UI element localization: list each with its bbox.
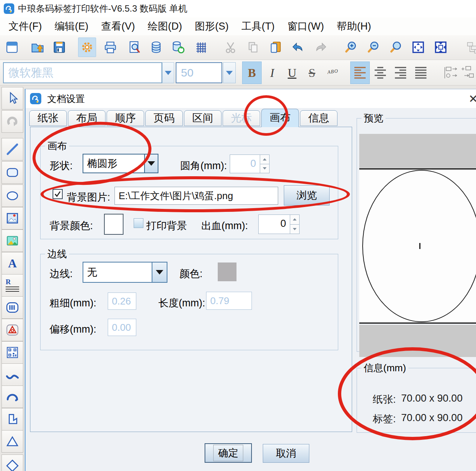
- print-preview-icon[interactable]: [125, 38, 143, 57]
- tab-layout[interactable]: 布局: [68, 110, 105, 126]
- font-size-combo[interactable]: 50: [176, 62, 222, 83]
- spin-down-button[interactable]: [260, 164, 269, 173]
- border-weight-label: 粗细(mm):: [50, 296, 96, 310]
- bg-image-label: 背景图片:: [67, 190, 110, 204]
- tab-canvas[interactable]: 画布: [261, 109, 299, 127]
- redo-icon[interactable]: [312, 38, 330, 57]
- border-color-label: 颜色:: [179, 267, 203, 280]
- tab-paper[interactable]: 纸张: [29, 110, 67, 126]
- border-line-dropdown-icon[interactable]: [152, 262, 167, 282]
- undo-icon[interactable]: [289, 38, 307, 57]
- bleed-label: 出血(mm):: [201, 219, 248, 232]
- picture-frame-tool-icon[interactable]: [2, 207, 23, 230]
- app-titlebar: 中琅条码标签打印软件-V6.5.3 数码版 单机: [0, 0, 476, 17]
- tab-order[interactable]: 顺序: [107, 110, 144, 126]
- info-label-row: 标签: 70.00 x 90.00: [373, 412, 462, 426]
- spin-down-button[interactable]: [290, 225, 299, 234]
- document-settings-icon[interactable]: [78, 38, 96, 57]
- cut-icon[interactable]: [221, 38, 240, 57]
- tab-cursor[interactable]: 光标: [223, 110, 260, 126]
- zoom-in-icon[interactable]: [342, 38, 360, 57]
- picture-tool-icon[interactable]: [2, 230, 23, 252]
- zoom-fit-page-icon[interactable]: [409, 38, 427, 57]
- rich-text-tool-icon[interactable]: R: [2, 274, 23, 297]
- menu-edit[interactable]: 编辑(E): [48, 17, 95, 35]
- menu-help[interactable]: 帮助(H): [330, 17, 377, 35]
- shape-combo[interactable]: 椭圆形: [83, 154, 158, 173]
- preview-margin-top: [359, 134, 476, 168]
- bg-color-swatch[interactable]: [104, 214, 124, 235]
- ok-button[interactable]: 确定: [205, 443, 252, 463]
- zoom-icon[interactable]: [387, 38, 405, 57]
- arc-tool-icon[interactable]: [2, 386, 23, 408]
- document-settings-dialog: 文档设置 ✕ 纸张 布局 顺序 页码 区间 光标 画布 信息 画布 形状: 椭圆…: [25, 89, 476, 471]
- database-refresh-icon[interactable]: [169, 38, 187, 57]
- tab-info[interactable]: 信息: [300, 110, 337, 126]
- cancel-button[interactable]: 取消: [263, 444, 309, 463]
- spin-up-button[interactable]: [260, 155, 269, 164]
- menu-tools[interactable]: 工具(T): [235, 17, 281, 35]
- text-tool-icon[interactable]: A: [2, 252, 23, 274]
- border-color-swatch[interactable]: [218, 262, 236, 281]
- tab-page-number[interactable]: 页码: [145, 110, 183, 126]
- menu-window[interactable]: 窗口(W): [281, 17, 330, 35]
- border-line-combo[interactable]: 无: [83, 262, 167, 283]
- superscript-button[interactable]: ᴬᴮᴼ: [321, 60, 345, 85]
- save-icon[interactable]: [50, 38, 68, 57]
- database-connect-icon[interactable]: [147, 38, 165, 57]
- spin-up-button[interactable]: [290, 215, 299, 225]
- border-offset-input[interactable]: 0.00: [108, 319, 136, 336]
- underline-button[interactable]: U: [282, 62, 302, 84]
- qrcode-tool-icon[interactable]: [2, 341, 23, 364]
- strikethrough-button[interactable]: S: [302, 62, 322, 84]
- select-tool-icon[interactable]: [2, 87, 23, 110]
- align-right-icon[interactable]: [391, 62, 410, 84]
- zoom-fit-label-icon[interactable]: [432, 38, 450, 57]
- font-size-dropdown-icon[interactable]: [223, 62, 236, 83]
- bold-button[interactable]: B: [242, 62, 262, 84]
- menu-draw[interactable]: 绘图(D): [141, 17, 188, 35]
- border-offset-label: 偏移(mm):: [50, 322, 96, 336]
- triangle-tool-icon[interactable]: [2, 430, 23, 453]
- bg-image-path-input[interactable]: E:\工作文件\图片\鸡蛋.png: [114, 187, 278, 205]
- bg-image-checkbox[interactable]: [53, 189, 63, 199]
- align-left-icon[interactable]: [350, 62, 370, 84]
- grid-icon[interactable]: [192, 38, 210, 57]
- line-tool-icon[interactable]: [2, 138, 23, 160]
- ok-button-label: 确定: [213, 445, 243, 461]
- print-bg-checkbox[interactable]: [134, 218, 143, 228]
- 2d-code-tool-icon[interactable]: [2, 319, 23, 341]
- border-length-input[interactable]: 0.79: [206, 292, 252, 310]
- font-family-dropdown-icon[interactable]: [162, 62, 174, 83]
- paste-icon[interactable]: [267, 38, 285, 57]
- node-tools-icon[interactable]: [464, 38, 476, 57]
- polygon-tool-icon[interactable]: [2, 408, 23, 430]
- align-center-icon[interactable]: [371, 62, 390, 84]
- italic-button[interactable]: I: [262, 62, 282, 84]
- rotate-tool-icon[interactable]: [2, 110, 23, 133]
- border-weight-input[interactable]: 0.26: [108, 292, 136, 310]
- bleed-spinner[interactable]: 0: [258, 214, 300, 234]
- shape-dropdown-icon[interactable]: [144, 154, 158, 172]
- rounded-rect-tool-icon[interactable]: [2, 161, 23, 184]
- print-icon[interactable]: [101, 38, 119, 57]
- tab-range[interactable]: 区间: [184, 110, 221, 126]
- curve-tool-icon[interactable]: [2, 363, 23, 386]
- menu-shape[interactable]: 图形(S): [188, 17, 235, 35]
- ellipse-tool-icon[interactable]: [2, 184, 23, 207]
- font-family-combo[interactable]: 微软雅黑: [3, 62, 162, 83]
- menu-file[interactable]: 文件(F): [2, 17, 48, 35]
- browse-button[interactable]: 浏览: [284, 185, 330, 206]
- object-align-tools-icon[interactable]: [442, 62, 476, 84]
- close-icon[interactable]: ✕: [468, 92, 476, 105]
- align-justify-icon[interactable]: [411, 62, 431, 84]
- corner-radius-spinner[interactable]: 0: [230, 154, 270, 173]
- menu-view[interactable]: 查看(V): [95, 17, 141, 35]
- new-document-icon[interactable]: [3, 38, 21, 57]
- canvas-group-label: 画布: [45, 140, 69, 153]
- copy-icon[interactable]: [244, 38, 262, 57]
- barcode-tool-icon[interactable]: [2, 296, 23, 319]
- zoom-out-icon[interactable]: [364, 38, 382, 57]
- diamond-tool-icon[interactable]: [2, 454, 23, 471]
- open-file-icon[interactable]: [29, 38, 47, 57]
